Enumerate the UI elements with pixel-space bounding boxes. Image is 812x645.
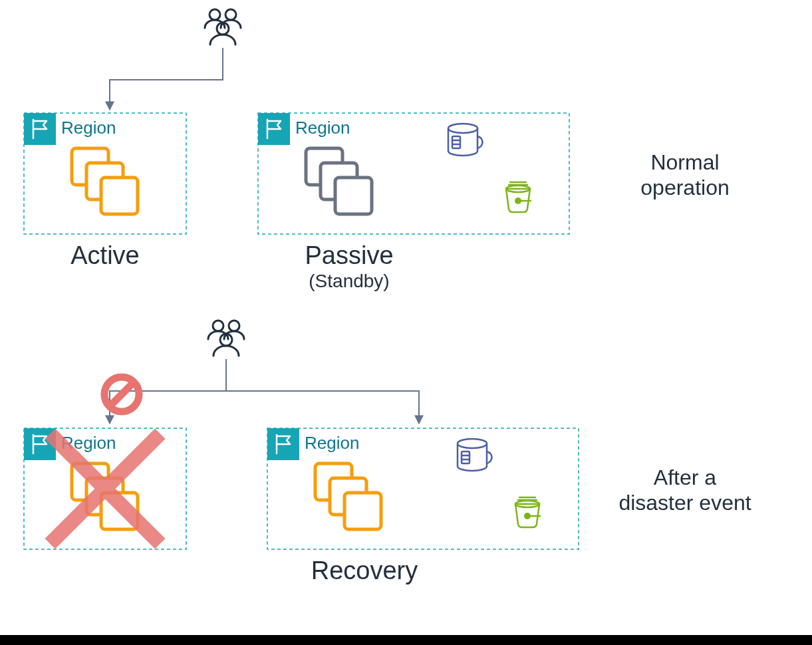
database-icon xyxy=(458,439,492,471)
stack-icon xyxy=(306,148,372,214)
arrow-users-to-active xyxy=(110,48,223,110)
users-icon xyxy=(208,321,244,356)
diagram-canvas: Region Active Region Passive (Standby) N… xyxy=(0,0,812,645)
region-label: Region xyxy=(295,118,350,138)
flag-icon xyxy=(258,113,290,145)
region-label: Region xyxy=(305,433,359,453)
active-label: Active xyxy=(70,241,139,269)
stack-icon xyxy=(72,148,138,214)
svg-rect-22 xyxy=(101,178,138,214)
region-label: Region xyxy=(61,118,116,138)
recovery-label: Recovery xyxy=(311,557,418,584)
svg-rect-26 xyxy=(335,178,372,214)
arrow-users-to-recovery xyxy=(226,359,419,424)
svg-rect-34 xyxy=(344,493,381,529)
flag-icon xyxy=(24,113,56,145)
passive-label: Passive xyxy=(305,241,393,269)
database-icon xyxy=(448,124,483,156)
footer-band xyxy=(0,635,812,645)
stack-icon xyxy=(315,463,381,529)
users-icon xyxy=(205,9,241,45)
region-active: Region xyxy=(24,113,186,234)
standby-label: (Standby) xyxy=(309,271,389,291)
region-passive: Region xyxy=(258,113,569,234)
bucket-icon xyxy=(515,497,540,527)
scene-normal: Region Active Region Passive (Standby) N… xyxy=(24,9,730,291)
caption-normal-2: operation xyxy=(640,176,729,199)
region-failed: Region xyxy=(24,428,186,549)
bucket-icon xyxy=(506,182,531,212)
region-recovery: Region xyxy=(267,428,579,549)
flag-icon xyxy=(267,428,299,460)
scene-disaster: Region Region Recovery Af xyxy=(24,321,751,584)
caption-normal-1: Normal xyxy=(650,150,719,174)
caption-after-1: After a xyxy=(654,465,716,489)
caption-after-2: disaster event xyxy=(618,491,751,515)
